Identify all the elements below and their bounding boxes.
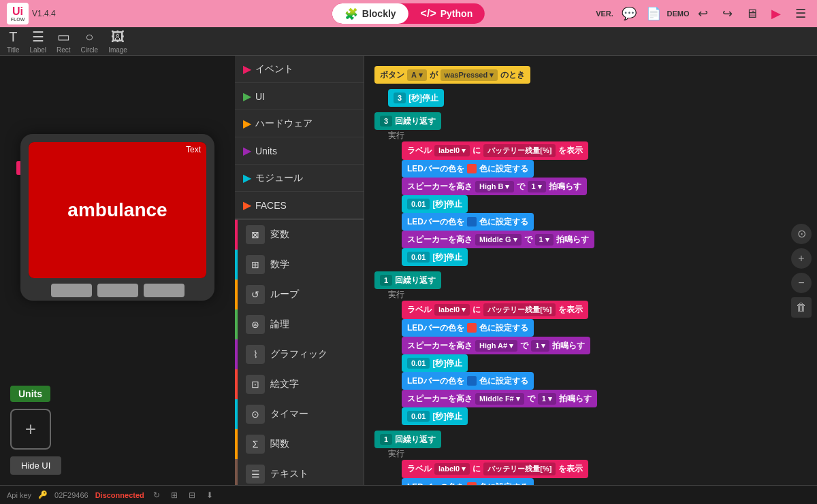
led-blue-block[interactable]: LEDバーの色を 色に設定する <box>402 213 534 231</box>
menu-button[interactable]: ☰ <box>791 4 810 23</box>
delay-block-1[interactable]: 3 [秒]停止 <box>388 89 444 107</box>
speaker-high-b-block[interactable]: スピーカーを高さ High B ▾ で 1 ▾ 拍鳴らす <box>402 178 587 195</box>
label-ni-2: に <box>472 304 481 316</box>
led-red-block-3[interactable]: LEDバーの色を 色に設定する <box>402 478 534 485</box>
sidebar-item-module[interactable]: ▶ モジュール <box>235 165 364 192</box>
zoom-in-btn[interactable]: + <box>791 248 812 269</box>
repeat-block[interactable]: 3 回繰り返す <box>374 112 441 130</box>
event-chip[interactable]: wasPressed ▾ <box>440 69 498 81</box>
note-chip-1[interactable]: High B ▾ <box>475 181 514 192</box>
device-btn-2[interactable] <box>97 284 138 297</box>
zoom-center-btn[interactable]: ⊙ <box>791 224 812 244</box>
doc-icon-btn[interactable]: 📄 <box>644 4 663 23</box>
led-red-block-2[interactable]: LEDバーの色を 色に設定する <box>402 319 534 337</box>
sidebar-item-logic[interactable]: ⊛ 論理 <box>235 309 364 339</box>
sidebar-item-ui[interactable]: ▶ UI <box>235 83 364 110</box>
sidebar-item-faces[interactable]: ▶ FACES <box>235 192 364 219</box>
sidebar-item-timer[interactable]: ⊙ タイマー <box>235 399 364 429</box>
sidebar-item-hardware[interactable]: ▶ ハードウェア <box>235 110 364 137</box>
label-label: Label <box>30 46 46 54</box>
label-name-chip-2[interactable]: label0 ▾ <box>434 304 470 316</box>
screenshot-icon-btn[interactable]: ⊞ <box>169 490 180 501</box>
logo-area: Ui FLOW V1.4.4 <box>7 3 56 24</box>
delay-val-1[interactable]: 3 <box>394 93 406 103</box>
repeat3-row: 1 回繰り返す <box>374 431 807 448</box>
sidebar-item-function[interactable]: Σ 関数 <box>235 429 364 459</box>
delay-001-row-4: 0.01 [秒]停止 <box>402 407 807 425</box>
delay-001-val-1[interactable]: 0.01 <box>407 199 430 209</box>
repeat3-count[interactable]: 1 <box>380 434 392 445</box>
battery-chip-2[interactable]: バッテリー残量[%] <box>483 303 556 316</box>
trigger-block[interactable]: ボタン A ▾ が wasPressed ▾ のとき <box>374 66 530 84</box>
beat-chip-3[interactable]: 1 ▾ <box>531 340 549 352</box>
undo-button[interactable]: ↩ <box>693 4 712 23</box>
beat-chip-1[interactable]: 1 ▾ <box>528 181 546 192</box>
device-btn-3[interactable] <box>144 284 185 297</box>
monitor-icon[interactable]: 🖥 <box>742 4 761 23</box>
label-name-chip[interactable]: label0 ▾ <box>434 145 470 156</box>
toolbar-circle[interactable]: ○ Circle <box>81 29 99 54</box>
toolbar-title[interactable]: T Title <box>7 29 20 54</box>
sidebar-item-variables[interactable]: ⊠ 変数 <box>235 220 364 250</box>
note-chip-4[interactable]: Middle F# ▾ <box>475 393 524 405</box>
delay-001-val-4[interactable]: 0.01 <box>407 411 430 422</box>
download-icon-btn[interactable]: ⬇ <box>204 490 215 501</box>
led-red-block[interactable]: LEDバーの色を 色に設定する <box>402 160 534 178</box>
label-display-block-2[interactable]: ラベル label0 ▾ に バッテリー残量[%] を表示 <box>402 301 588 319</box>
sidebar-item-loop[interactable]: ↺ ループ <box>235 280 364 309</box>
speaker-middle-g-block[interactable]: スピーカーを高さ Middle G ▾ で 1 ▾ 拍鳴らす <box>402 231 594 248</box>
screen-main-text: ambulance <box>67 199 167 221</box>
repeat2-block[interactable]: 1 回繰り返す <box>374 271 441 289</box>
battery-chip[interactable]: バッテリー残量[%] <box>483 144 556 157</box>
label-ni-3: に <box>472 463 481 475</box>
device-btn-1[interactable] <box>51 284 92 297</box>
delay-001-block-1[interactable]: 0.01 [秒]停止 <box>402 195 468 213</box>
repeat2-count[interactable]: 1 <box>380 275 392 286</box>
save-icon-btn[interactable]: ⊟ <box>187 490 197 501</box>
tab-blockly[interactable]: 🧩 Blockly <box>332 3 408 24</box>
sidebar-item-graphics[interactable]: ⌇ グラフィック <box>235 339 364 369</box>
chat-icon-btn[interactable]: 💬 <box>620 4 639 23</box>
toolbar-label[interactable]: ☰ Label <box>30 29 46 54</box>
speaker-middle-f-block[interactable]: スピーカーを高さ Middle F# ▾ で 1 ▾ 拍鳴らす <box>402 390 597 407</box>
sidebar-item-emoji[interactable]: ⊡ 絵文字 <box>235 369 364 399</box>
add-button[interactable]: + <box>10 409 51 450</box>
label-display-block-3[interactable]: ラベル label0 ▾ に バッテリー残量[%] を表示 <box>402 460 588 478</box>
repeat-count[interactable]: 3 <box>380 116 392 127</box>
sidebar-item-units[interactable]: ▶ Units <box>235 137 364 165</box>
delay-001-val-2[interactable]: 0.01 <box>407 252 430 263</box>
button-chip[interactable]: A ▾ <box>407 69 427 81</box>
delay-001-block-3[interactable]: 0.01 [秒]停止 <box>402 354 468 372</box>
led-label-4: LEDバーの色を <box>407 375 464 387</box>
label-name-chip-3[interactable]: label0 ▾ <box>434 463 470 475</box>
beat-chip-4[interactable]: 1 ▾ <box>538 393 556 405</box>
battery-chip-3[interactable]: バッテリー残量[%] <box>483 463 556 475</box>
redo-button[interactable]: ↪ <box>718 4 737 23</box>
sidebar-item-text[interactable]: ☰ テキスト <box>235 459 364 485</box>
led-blue-block-2[interactable]: LEDバーの色を 色に設定する <box>402 372 534 390</box>
ver-button[interactable]: VER. <box>595 4 614 23</box>
note-chip-2[interactable]: Middle G ▾ <box>475 234 522 246</box>
repeat3-block[interactable]: 1 回繰り返す <box>374 431 441 448</box>
delay-001-val-3[interactable]: 0.01 <box>407 358 430 369</box>
hide-ui-button[interactable]: Hide UI <box>10 456 61 475</box>
trash-btn[interactable]: 🗑 <box>791 297 812 318</box>
delay-001-block-4[interactable]: 0.01 [秒]停止 <box>402 407 468 425</box>
toolbar-rect[interactable]: ▭ Rect <box>57 29 71 54</box>
api-key-value: 02F29466 <box>54 491 89 499</box>
run-button[interactable]: ▶ <box>767 4 786 23</box>
beat-chip-2[interactable]: 1 ▾ <box>535 234 554 246</box>
units-badge[interactable]: Units <box>10 386 50 402</box>
delay-001-block-2[interactable]: 0.01 [秒]停止 <box>402 248 468 266</box>
label-display-block[interactable]: ラベル label0 ▾ に バッテリー残量[%] を表示 <box>402 141 588 160</box>
loop-label: ループ <box>270 288 299 301</box>
sidebar-item-math[interactable]: ⊞ 数学 <box>235 250 364 280</box>
demo-icon-btn[interactable]: DEMO <box>669 4 688 23</box>
tab-python[interactable]: </> Python <box>408 3 485 24</box>
zoom-out-btn[interactable]: − <box>791 273 812 293</box>
speaker-high-a-block[interactable]: スピーカーを高さ High A# ▾ で 1 ▾ 拍鳴らす <box>402 337 590 354</box>
sidebar-item-event[interactable]: ▶ イベント <box>235 56 364 83</box>
toolbar-image[interactable]: 🖼 Image <box>108 29 127 54</box>
refresh-icon-btn[interactable]: ↻ <box>151 490 162 501</box>
note-chip-3[interactable]: High A# ▾ <box>475 340 517 352</box>
